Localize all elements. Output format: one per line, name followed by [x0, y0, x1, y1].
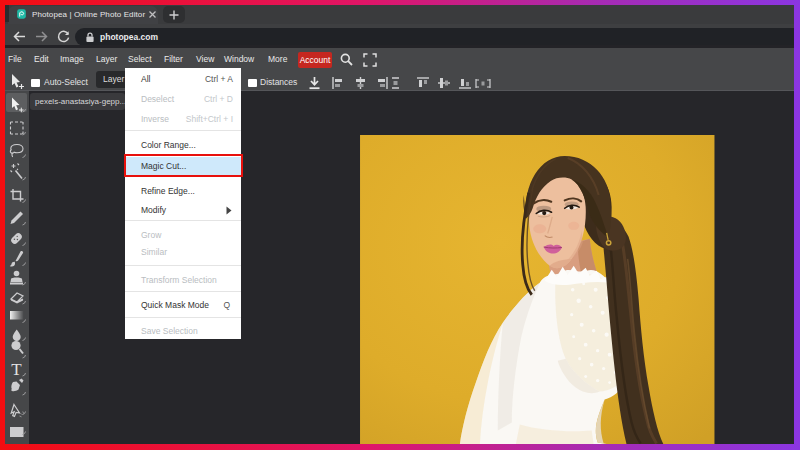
svg-text:T: T — [11, 360, 22, 379]
